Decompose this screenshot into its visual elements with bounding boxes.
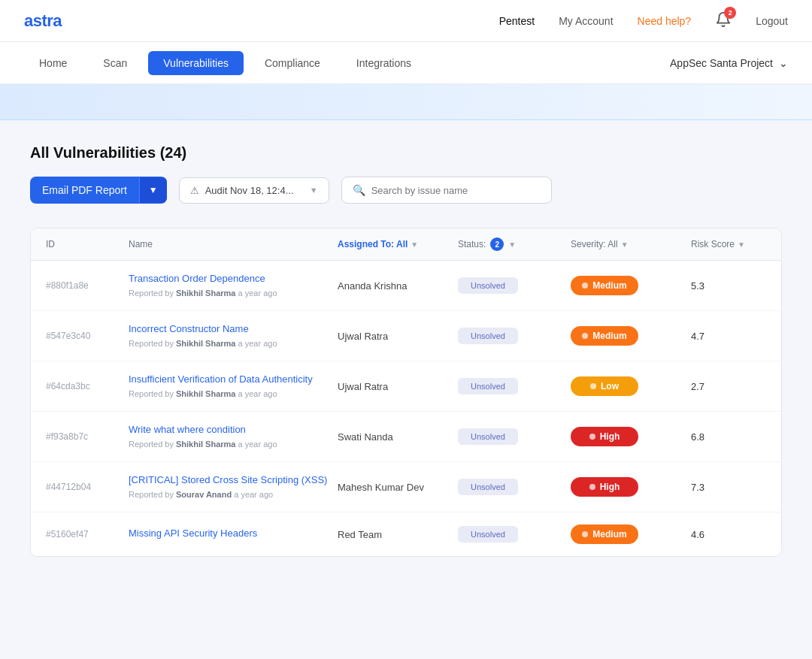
status-badge: Unsolved	[458, 526, 518, 543]
vuln-reporter: Reported by Shikhil Sharma a year ago	[129, 339, 277, 348]
severity-badge: Low	[571, 376, 638, 396]
severity-dot	[582, 283, 588, 289]
nav-pentest[interactable]: Pentest	[499, 15, 535, 27]
vuln-status: Unsolved	[458, 328, 571, 344]
severity-badge: Medium	[571, 326, 638, 346]
severity-badge: High	[571, 427, 638, 446]
status-badge: Unsolved	[458, 479, 518, 495]
vuln-name-cell: Write what where condition Reported by S…	[129, 424, 338, 449]
table-row: #64cda3bc Insufficient Verification of D…	[31, 361, 781, 412]
status-badge: Unsolved	[458, 277, 518, 294]
vuln-title-link[interactable]: Transaction Order Dependence	[129, 273, 338, 284]
chevron-down-icon: ⌄	[779, 57, 788, 69]
vuln-risk-score: 4.7	[691, 331, 766, 342]
vuln-status: Unsolved	[458, 428, 571, 445]
table-row: #44712b04 [CRITICAL] Stored Cross Site S…	[31, 462, 781, 512]
severity-dot	[589, 434, 595, 440]
sec-nav-compliance[interactable]: Compliance	[250, 51, 335, 75]
funnel-icon: ⚠	[190, 185, 199, 196]
main-content: All Vulnerabilities (24) Email PDF Repor…	[0, 120, 812, 581]
vuln-assigned: Red Team	[338, 529, 458, 540]
vuln-id: #64cda3bc	[46, 381, 129, 391]
vuln-name-cell: [CRITICAL] Stored Cross Site Scripting (…	[129, 474, 338, 500]
vuln-id: #f93a8b7c	[46, 431, 129, 442]
vuln-name-cell: Insufficient Verification of Data Authen…	[129, 373, 338, 399]
col-header-name: Name	[129, 237, 338, 251]
email-pdf-dropdown-arrow[interactable]: ▼	[139, 177, 167, 203]
table-header: ID Name Assigned To: All ▼ Status: 2 ▼ S…	[31, 228, 781, 261]
audit-label: Audit Nov 18, 12:4...	[205, 185, 294, 196]
vuln-severity: Medium	[571, 326, 691, 346]
vuln-status: Unsolved	[458, 479, 571, 495]
col-header-severity[interactable]: Severity: All ▼	[571, 237, 691, 251]
severity-dot	[589, 484, 595, 490]
toolbar: Email PDF Report ▼ ⚠ Audit Nov 18, 12:4.…	[30, 177, 782, 204]
vuln-risk-score: 2.7	[691, 381, 766, 392]
status-badge: Unsolved	[458, 378, 518, 394]
vuln-name-cell: Incorrect Constructor Name Reported by S…	[129, 323, 338, 349]
audit-dropdown-arrow: ▼	[310, 186, 318, 195]
sort-assigned-icon: ▼	[411, 240, 418, 249]
vuln-name-cell: Missing API Security Headers	[129, 528, 338, 541]
nav-my-account[interactable]: My Account	[559, 15, 613, 27]
col-header-assigned[interactable]: Assigned To: All ▼	[338, 237, 458, 251]
vuln-severity: High	[571, 477, 691, 497]
vuln-risk-score: 4.6	[691, 529, 766, 540]
vuln-id: #5160ef47	[46, 529, 129, 540]
search-box: 🔍	[341, 177, 552, 204]
project-name: AppSec Santa Project	[670, 57, 773, 69]
vuln-id: #44712b04	[46, 482, 129, 492]
col-header-risk[interactable]: Risk Score ▼	[691, 237, 766, 251]
vuln-title-link[interactable]: [CRITICAL] Stored Cross Site Scripting (…	[129, 474, 338, 485]
sec-nav-home[interactable]: Home	[24, 51, 82, 75]
severity-dot	[590, 383, 596, 389]
vuln-reporter: Reported by Sourav Anand a year ago	[129, 490, 273, 499]
vuln-title-link[interactable]: Incorrect Constructor Name	[129, 323, 338, 334]
secondary-navigation: Home Scan Vulnerabilities Compliance Int…	[0, 42, 812, 84]
vuln-severity: Medium	[571, 276, 691, 295]
severity-dot	[582, 333, 588, 339]
vuln-risk-score: 5.3	[691, 280, 766, 292]
page-title: All Vulnerabilities (24)	[30, 144, 782, 162]
vuln-status: Unsolved	[458, 378, 571, 394]
nav-logout[interactable]: Logout	[756, 15, 788, 27]
vuln-title-link[interactable]: Write what where condition	[129, 424, 338, 435]
severity-badge: Medium	[571, 524, 638, 544]
sec-nav-scan[interactable]: Scan	[88, 51, 142, 75]
vuln-assigned: Ujwal Ratra	[338, 381, 458, 392]
vuln-title-link[interactable]: Insufficient Verification of Data Authen…	[129, 373, 338, 385]
sec-nav-vulnerabilities[interactable]: Vulnerabilities	[148, 51, 244, 75]
notification-bell[interactable]: 2	[715, 11, 732, 30]
notification-count: 2	[724, 7, 736, 19]
sort-status-icon: ▼	[508, 240, 516, 249]
vuln-reporter: Reported by Shikhil Sharma a year ago	[129, 440, 277, 449]
status-badge: Unsolved	[458, 328, 518, 344]
col-header-status[interactable]: Status: 2 ▼	[458, 237, 571, 251]
table-row: #5160ef47 Missing API Security Headers R…	[31, 512, 781, 556]
email-pdf-button[interactable]: Email PDF Report ▼	[30, 177, 167, 204]
nav-need-help[interactable]: Need help?	[638, 15, 692, 27]
sort-risk-icon: ▼	[738, 240, 745, 249]
vuln-severity: Low	[571, 376, 691, 396]
search-input[interactable]	[371, 185, 541, 196]
vuln-risk-score: 7.3	[691, 482, 766, 493]
vuln-reporter: Reported by Shikhil Sharma a year ago	[129, 389, 277, 398]
sec-nav-integrations[interactable]: Integrations	[341, 51, 426, 75]
vuln-assigned: Mahesh Kumar Dev	[338, 482, 458, 493]
vuln-severity: Medium	[571, 524, 691, 544]
page-banner	[0, 84, 812, 120]
vuln-reporter: Reported by Shikhil Sharma a year ago	[129, 289, 277, 298]
col-header-id: ID	[46, 237, 129, 251]
status-filter-badge: 2	[490, 237, 504, 251]
vuln-status: Unsolved	[458, 277, 571, 294]
vuln-name-cell: Transaction Order Dependence Reported by…	[129, 273, 338, 298]
audit-dropdown[interactable]: ⚠ Audit Nov 18, 12:4... ▼	[179, 177, 329, 204]
email-pdf-label: Email PDF Report	[30, 177, 139, 204]
vuln-assigned: Ujwal Ratra	[338, 331, 458, 342]
vuln-assigned: Swati Nanda	[338, 431, 458, 443]
top-navigation: astra Pentest My Account Need help? 2 Lo…	[0, 0, 812, 42]
vuln-status: Unsolved	[458, 526, 571, 543]
vuln-severity: High	[571, 427, 691, 446]
vuln-title-link[interactable]: Missing API Security Headers	[129, 528, 338, 539]
project-selector[interactable]: AppSec Santa Project ⌄	[670, 57, 788, 69]
